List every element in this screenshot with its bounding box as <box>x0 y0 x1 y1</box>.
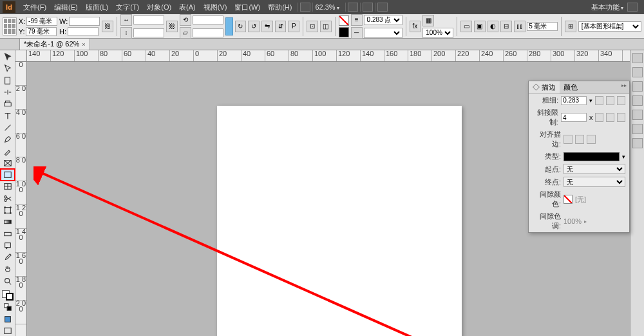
constrain-scale-icon[interactable]: ⛓ <box>166 21 178 32</box>
para-style-icon[interactable]: P <box>288 21 299 32</box>
join-miter-icon[interactable] <box>595 113 603 122</box>
menu-file[interactable]: 文件(F) <box>19 3 50 12</box>
pen-tool[interactable] <box>1 134 14 144</box>
links-panel-icon[interactable] <box>632 81 643 92</box>
text-wrap-shape-icon[interactable]: ◐ <box>488 21 499 32</box>
gutter-input[interactable] <box>527 22 558 31</box>
free-transform-tool[interactable] <box>1 205 14 215</box>
default-fill-stroke-icon[interactable] <box>1 302 14 312</box>
miter-input[interactable] <box>561 113 587 122</box>
screen-mode-icon[interactable] <box>363 3 373 12</box>
text-wrap-jump-icon[interactable]: ⊟ <box>500 21 512 32</box>
hand-tool[interactable] <box>1 264 14 274</box>
menu-view[interactable]: 视图(V) <box>200 3 231 12</box>
rectangle-frame-tool[interactable] <box>1 158 14 168</box>
cap-butt-icon[interactable] <box>595 96 603 105</box>
join-round-icon[interactable] <box>606 113 614 122</box>
view-options-icon[interactable] <box>348 3 358 12</box>
join-bevel-icon[interactable] <box>617 113 625 122</box>
menu-table[interactable]: 表(A) <box>175 3 200 12</box>
h-input[interactable] <box>68 27 99 36</box>
rectangle-tool[interactable] <box>1 170 14 180</box>
close-tab-icon[interactable]: × <box>82 41 85 48</box>
shear-input[interactable] <box>193 28 223 37</box>
line-tool[interactable] <box>1 123 14 133</box>
opacity-select[interactable]: 100% <box>422 28 453 38</box>
eyedropper-tool[interactable] <box>1 252 14 262</box>
text-wrap-bbox-icon[interactable]: ▣ <box>474 21 486 32</box>
stroke-panel-icon[interactable] <box>632 95 643 106</box>
menu-edit[interactable]: 编辑(E) <box>50 3 82 12</box>
note-tool[interactable] <box>1 241 14 251</box>
constrain-wh-icon[interactable]: ⛓ <box>102 21 113 32</box>
menu-layout[interactable]: 版面(L) <box>82 3 112 12</box>
gradient-swatch-tool[interactable] <box>1 217 14 227</box>
select-content-icon[interactable]: ◫ <box>320 21 332 32</box>
layers-panel-icon[interactable] <box>632 67 643 77</box>
bridge-icon[interactable] <box>300 3 310 12</box>
panel-collapse-icon[interactable]: ▸▸ <box>619 81 629 94</box>
rotate-input[interactable] <box>193 15 223 25</box>
select-container-icon[interactable]: ⊡ <box>307 21 318 32</box>
gap-color-swatch[interactable] <box>564 195 573 204</box>
stroke-weight-select[interactable]: 0.283 点 <box>364 15 402 25</box>
color-tab[interactable]: 颜色 <box>560 81 582 94</box>
rotate-cw-icon[interactable]: ↻ <box>235 21 247 32</box>
end-select[interactable]: 无 <box>564 177 625 187</box>
pages-panel-icon[interactable] <box>632 53 643 63</box>
reference-point-grid[interactable] <box>3 17 17 35</box>
flip-h-icon[interactable]: ⇋ <box>261 21 273 32</box>
start-select[interactable]: 无 <box>564 164 625 174</box>
vertical-ruler[interactable]: 02 04 06 08 01 0 01 2 01 4 01 6 01 8 02 … <box>15 62 27 336</box>
cc-libraries-panel-icon[interactable] <box>632 138 643 148</box>
text-wrap-none-icon[interactable]: ▭ <box>460 21 472 32</box>
fill-stroke-swatch[interactable] <box>2 290 14 301</box>
align-inside-icon[interactable] <box>575 135 584 144</box>
menu-window[interactable]: 窗口(W) <box>231 3 264 12</box>
menu-help[interactable]: 帮助(H) <box>264 3 296 12</box>
table-tool[interactable] <box>1 181 14 192</box>
weight-input[interactable] <box>561 96 587 105</box>
workspace-switcher[interactable]: 基本功能 <box>591 3 623 12</box>
zoom-level[interactable]: 62.3% <box>315 3 343 11</box>
gap-tool[interactable] <box>1 87 14 97</box>
x-input[interactable] <box>26 17 57 26</box>
zoom-tool[interactable] <box>1 276 14 286</box>
apply-color-icon[interactable] <box>1 314 14 324</box>
y-input[interactable] <box>26 27 57 36</box>
pencil-tool[interactable] <box>1 146 14 156</box>
view-mode-icon[interactable] <box>1 326 14 336</box>
object-style-select[interactable]: [基本图形框架] <box>578 21 641 32</box>
fill-swatch[interactable] <box>339 15 349 26</box>
search-icon[interactable] <box>627 3 638 12</box>
type-tool[interactable] <box>1 110 14 121</box>
stroke-tab[interactable]: ◇ 描边 <box>529 81 560 94</box>
color-panel-icon[interactable] <box>632 110 643 120</box>
drop-shadow-icon[interactable]: ▦ <box>422 15 434 26</box>
stroke-type-preview[interactable] <box>564 152 620 161</box>
menu-text[interactable]: 文字(T) <box>112 3 143 12</box>
gradient-feather-tool[interactable] <box>1 228 14 239</box>
scale-y-input[interactable] <box>133 28 164 37</box>
scissors-tool[interactable] <box>1 193 14 204</box>
effects-icon[interactable]: fx <box>410 21 421 32</box>
content-collector-tool[interactable] <box>1 99 14 109</box>
stroke-panel[interactable]: ◇ 描边 颜色 ▸▸ 粗细: ▾ 斜接限制: x 对齐描边: 类型: ▾ 起点:… <box>528 81 630 233</box>
ruler-origin[interactable] <box>15 50 27 62</box>
cap-square-icon[interactable] <box>617 96 625 105</box>
w-input[interactable] <box>69 17 100 26</box>
align-center-icon[interactable] <box>564 135 573 144</box>
rotate-ccw-icon[interactable]: ↺ <box>248 21 260 32</box>
direct-selection-tool[interactable] <box>1 63 14 74</box>
stroke-swatch[interactable] <box>339 27 349 37</box>
swatches-panel-icon[interactable] <box>632 124 643 134</box>
menu-object[interactable]: 对象(O) <box>143 3 175 12</box>
flip-v-icon[interactable]: ⇵ <box>275 21 287 32</box>
document-tab[interactable]: *未命名-1 @ 62% × <box>19 38 90 50</box>
selection-tool[interactable] <box>1 52 14 62</box>
cap-round-icon[interactable] <box>606 96 614 105</box>
document-page[interactable] <box>217 106 462 336</box>
align-outside-icon[interactable] <box>587 135 596 144</box>
stroke-style-select[interactable] <box>364 28 402 38</box>
horizontal-ruler[interactable]: 1401201008060402002040608010012014016018… <box>27 50 630 62</box>
